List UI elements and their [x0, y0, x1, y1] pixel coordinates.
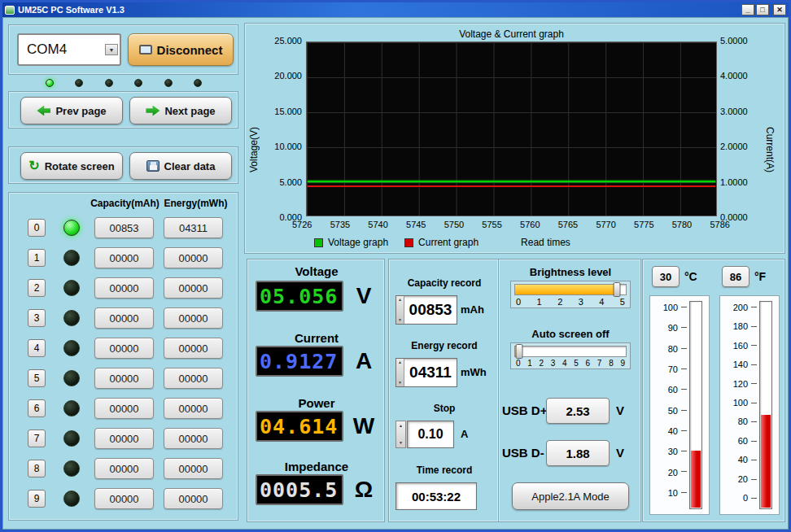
brightness-track[interactable]	[514, 284, 627, 295]
energy-record-spinner[interactable]: ▲▼	[396, 359, 404, 386]
time-record-field: 00:53:22	[396, 482, 477, 510]
auto-screen-off-track[interactable]	[514, 346, 627, 357]
disconnect-button[interactable]: Disconnect	[128, 33, 234, 66]
voltage-legend-swatch	[314, 238, 323, 247]
memory-table-panel: Capacity(mAh) Energy(mWh) 0 00853 04311 …	[8, 192, 238, 521]
next-page-button[interactable]: Next page	[129, 97, 232, 124]
celsius-scale-labels: 100908070605040302010	[652, 303, 678, 498]
energy-value: 00000	[164, 277, 223, 299]
capacity-value: 00000	[94, 277, 154, 299]
disconnect-icon	[139, 45, 152, 55]
y-tick: 1.0000	[720, 177, 748, 187]
capacity-value: 00000	[94, 428, 154, 449]
row-index-button[interactable]: 9	[28, 490, 46, 508]
y-tick: 10.000	[274, 142, 302, 151]
row-led	[63, 340, 80, 356]
chart-title: Voltage & Current graph	[306, 28, 717, 40]
current-display: 0.9127	[256, 346, 343, 377]
auto-screen-off-slider[interactable]: 0123456789	[510, 342, 631, 369]
fahrenheit-mercury	[761, 415, 771, 508]
row-index-button[interactable]: 7	[28, 430, 46, 447]
brightness-thumb[interactable]	[614, 282, 621, 297]
row-led	[63, 491, 80, 507]
row-index-button[interactable]: 6	[28, 399, 46, 417]
row-index-button[interactable]: 3	[28, 309, 46, 327]
com-port-value: COM4	[19, 41, 105, 58]
capacity-record-spinner[interactable]: ▲▼	[396, 296, 404, 324]
page-indicator-dots	[46, 78, 202, 88]
usb-dplus-unit: V	[616, 403, 624, 417]
auto-screen-off-thumb[interactable]	[516, 344, 523, 359]
row-index-button[interactable]: 8	[28, 460, 46, 477]
rotate-screen-button[interactable]: ↻ Rotate screen	[20, 152, 123, 180]
clear-data-icon	[146, 160, 160, 172]
row-index-button[interactable]: 1	[28, 249, 46, 267]
connection-panel: COM4 ▼ Disconnect	[8, 24, 238, 75]
minimize-button[interactable]: _	[741, 4, 754, 15]
capacity-value: 00000	[94, 488, 154, 509]
usb-dminus-label: USB D-	[502, 446, 544, 460]
usb-dminus-value: 1.88	[546, 440, 610, 466]
fahrenheit-tube	[759, 301, 772, 509]
com-port-select[interactable]: COM4 ▼	[17, 33, 121, 66]
x-tick: 5775	[634, 220, 653, 229]
energy-header: Energy(mWh)	[157, 198, 234, 209]
stop-spinner[interactable]: ▲▼	[396, 421, 406, 448]
auto-screen-off-label: Auto screen off	[499, 328, 642, 340]
stop-label: Stop	[389, 403, 500, 414]
energy-value: 00000	[164, 458, 223, 479]
row-index-button[interactable]: 4	[28, 339, 46, 357]
celsius-mercury	[691, 451, 701, 508]
tools-panel: ↻ Rotate screen Clear data	[8, 146, 238, 184]
page-indicator-dot	[105, 79, 113, 87]
settings-panel: Brightness level 012345 Auto screen off …	[498, 259, 641, 522]
usb-dplus-label: USB D+	[502, 403, 547, 417]
stop-field[interactable]: 0.10	[407, 421, 454, 448]
table-row: 9 00000 00000	[9, 487, 239, 512]
energy-record-field[interactable]: ▲▼ 04311	[396, 358, 457, 387]
dropdown-arrow-icon[interactable]: ▼	[105, 44, 118, 55]
row-led	[63, 400, 80, 416]
x-axis-title: Read times	[521, 237, 570, 248]
x-tick: 5755	[482, 220, 501, 229]
brightness-slider[interactable]: 012345	[510, 281, 631, 308]
impedance-display: 0005.5	[256, 474, 343, 505]
maximize-button[interactable]: □	[756, 4, 769, 15]
table-row: 3 00000 00000	[9, 307, 239, 331]
prev-page-label: Prev page	[55, 105, 106, 117]
table-row: 7 00000 00000	[9, 427, 239, 451]
thermometers-panel: 30 °C 100908070605040302010 86 °F 200180…	[642, 259, 785, 522]
row-index-button[interactable]: 5	[28, 369, 46, 387]
capacity-record-field[interactable]: ▲▼ 00853	[396, 295, 457, 325]
celsius-unit: °C	[684, 270, 697, 283]
energy-value: 00000	[164, 307, 223, 329]
mode-button[interactable]: Apple2.1A Mode	[512, 482, 629, 510]
meters-panel: Voltage 05.056 V Current 0.9127 A Power …	[247, 259, 385, 522]
x-tick: 5740	[368, 220, 387, 229]
celsius-value: 30	[652, 266, 680, 287]
y-tick: 4.0000	[720, 71, 748, 81]
left-axis-ticks: 25.000 20.000 15.000 10.000 5.000 0.000	[245, 36, 302, 222]
power-display: 04.614	[256, 411, 343, 442]
prev-arrow-icon	[37, 106, 50, 116]
page-indicator-dot	[164, 79, 173, 87]
row-index-button[interactable]: 0	[28, 219, 46, 237]
y-tick: 5.0000	[720, 36, 748, 46]
energy-value: 00000	[164, 428, 223, 449]
window-controls: _ □ ✕	[741, 4, 786, 15]
row-led	[63, 310, 80, 326]
impedance-heading: Impedance	[247, 460, 386, 473]
x-tick: 5780	[672, 220, 692, 229]
row-index-button[interactable]: 2	[28, 279, 46, 297]
close-button[interactable]: ✕	[773, 4, 786, 15]
voltage-legend-label: Voltage graph	[328, 237, 388, 248]
current-legend-swatch	[404, 238, 413, 247]
clear-data-button[interactable]: Clear data	[129, 152, 232, 180]
capacity-value: 00000	[94, 247, 154, 268]
current-legend-label: Current graph	[418, 237, 479, 248]
prev-page-button[interactable]: Prev page	[20, 97, 123, 124]
x-axis-ticks: 5726 5735 5740 5745 5750 5755 5760 5765 …	[292, 220, 730, 229]
voltage-line	[308, 181, 715, 182]
capacity-value: 00000	[94, 368, 154, 389]
capacity-header: Capacity(mAh)	[86, 198, 164, 209]
